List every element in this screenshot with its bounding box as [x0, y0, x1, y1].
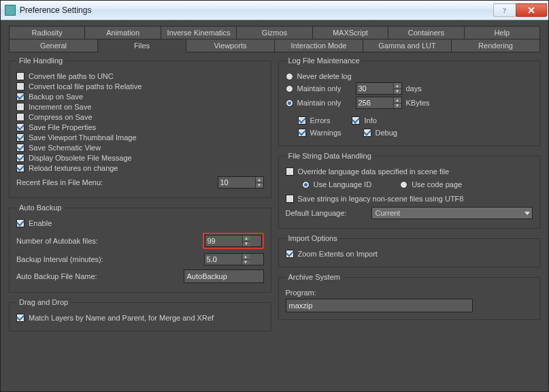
match-layers-checkbox[interactable] [16, 314, 24, 322]
warnings-checkbox[interactable] [298, 129, 306, 137]
spin-up-icon[interactable]: ▲ [394, 97, 401, 103]
override-lang-checkbox[interactable] [286, 167, 294, 176]
file-handling-label-9: Reload textures on change [29, 164, 118, 172]
match-layers-label: Match Layers by Name and Parent, for Mer… [29, 314, 214, 322]
drag-drop-legend: Drag and Drop [16, 298, 71, 306]
maintain-kb-label: Maintain only [297, 99, 352, 107]
tab-interaction-mode[interactable]: Interaction Mode [274, 39, 363, 52]
never-delete-label: Never delete log [297, 72, 352, 80]
file-handling-label-6: Save Viewport Thumbnail Image [29, 133, 137, 142]
file-handling-label-0: Convert file paths to UNC [29, 72, 114, 80]
app-icon [5, 5, 16, 16]
file-handling-checkbox-2[interactable] [16, 93, 24, 101]
use-lang-id-radio[interactable] [302, 181, 310, 189]
tab-help[interactable]: Help [464, 26, 540, 39]
file-handling-checkbox-0[interactable] [16, 72, 24, 80]
spin-down-icon[interactable]: ▼ [394, 89, 401, 95]
auto-backup-legend: Auto Backup [16, 203, 64, 212]
archive-program-input[interactable] [286, 299, 473, 312]
kb-input[interactable] [356, 97, 393, 108]
file-handling-label-8: Display Obsolete File Message [29, 154, 132, 162]
default-lang-value: Current [376, 209, 401, 217]
window-title: Preference Settings [20, 5, 494, 15]
tab-viewports[interactable]: Viewports [186, 39, 275, 52]
archive-program-label: Program: [286, 289, 316, 297]
tab-maxscript[interactable]: MAXScript [312, 26, 388, 39]
maintain-days-radio[interactable] [286, 85, 293, 93]
kb-unit: KBytes [406, 99, 430, 107]
file-handling-checkbox-6[interactable] [16, 133, 24, 142]
enable-autobackup-label: Enable [29, 219, 52, 227]
recent-files-label: Recent Files in File Menu: [16, 178, 132, 186]
backup-interval-spinner[interactable]: ▲▼ [204, 253, 264, 265]
recent-files-input[interactable] [218, 177, 255, 188]
tab-gamma-and-lut[interactable]: Gamma and LUT [363, 39, 452, 52]
file-handling-label-3: Increment on Save [29, 103, 91, 111]
kb-spinner[interactable]: ▲▼ [356, 97, 402, 109]
days-unit: days [406, 84, 422, 93]
tab-animation[interactable]: Animation [84, 26, 161, 39]
auto-backup-group: Auto Backup Enable Number of Autobak fil… [9, 203, 271, 293]
default-lang-combo[interactable]: Current [371, 207, 533, 219]
tab-radiosity[interactable]: Radiosity [9, 26, 85, 39]
file-handling-label-7: Save Schematic View [29, 144, 101, 152]
never-delete-radio[interactable] [286, 73, 293, 80]
backup-interval-input[interactable] [205, 254, 242, 265]
debug-checkbox[interactable] [363, 129, 371, 137]
file-handling-checkbox-3[interactable] [16, 103, 24, 111]
default-lang-label: Default Language: [286, 209, 367, 217]
tab-files[interactable]: Files [97, 39, 186, 52]
tab-containers[interactable]: Containers [388, 26, 464, 39]
backup-name-label: Auto Backup File Name: [16, 272, 132, 280]
info-checkbox[interactable] [352, 116, 360, 125]
archive-system-group: Archive System Program: [278, 273, 541, 320]
tab-gizmos[interactable]: Gizmos [236, 26, 312, 39]
spin-up-icon[interactable]: ▲ [242, 254, 250, 260]
file-handling-checkbox-8[interactable] [16, 154, 24, 162]
tab-rendering[interactable]: Rendering [451, 39, 540, 52]
spin-up-icon[interactable]: ▲ [394, 83, 401, 89]
tab-general[interactable]: General [9, 39, 98, 52]
zoom-extents-label: Zoom Extents on Import [298, 250, 378, 258]
file-handling-legend: File Handling [16, 56, 65, 65]
string-handling-legend: File String Data Handling [286, 152, 374, 160]
use-codepage-radio[interactable] [400, 181, 407, 189]
import-options-legend: Import Options [286, 234, 340, 242]
spin-down-icon[interactable]: ▼ [256, 183, 263, 189]
recent-files-spinner[interactable]: ▲▼ [218, 176, 264, 189]
string-handling-group: File String Data Handling Override langu… [278, 152, 541, 229]
tab-inverse-kinematics[interactable]: Inverse Kinematics [161, 26, 237, 39]
file-handling-checkbox-5[interactable] [16, 123, 24, 131]
help-button[interactable]: ? [493, 3, 516, 17]
errors-checkbox[interactable] [298, 116, 306, 125]
autobak-count-spinner[interactable]: ▲▼ [205, 235, 262, 247]
days-spinner[interactable]: ▲▼ [356, 82, 402, 95]
autobak-count-input[interactable] [205, 235, 242, 246]
drag-drop-group: Drag and Drop Match Layers by Name and P… [9, 298, 271, 331]
file-handling-checkbox-9[interactable] [16, 164, 24, 172]
file-handling-checkbox-7[interactable] [16, 144, 24, 152]
use-lang-id-label: Use Language ID [314, 180, 372, 189]
import-options-group: Import Options Zoom Extents on Import [278, 234, 541, 267]
spin-down-icon[interactable]: ▼ [242, 260, 250, 265]
debug-label: Debug [376, 129, 397, 137]
archive-system-legend: Archive System [286, 273, 343, 281]
backup-name-input[interactable] [184, 270, 264, 283]
file-handling-checkbox-4[interactable] [16, 113, 24, 121]
spin-down-icon[interactable]: ▼ [243, 242, 250, 247]
close-button[interactable] [516, 3, 547, 17]
spin-up-icon[interactable]: ▲ [256, 177, 263, 183]
zoom-extents-checkbox[interactable] [286, 250, 294, 258]
file-handling-label-1: Convert local file paths to Relative [29, 82, 142, 91]
file-handling-group: File Handling Convert file paths to UNCC… [9, 56, 271, 198]
utf8-checkbox[interactable] [286, 195, 294, 203]
utf8-label: Save strings in legacy non-scene files u… [298, 195, 464, 203]
use-codepage-label: Use code page [412, 180, 462, 189]
maintain-kb-radio[interactable] [286, 99, 293, 107]
spin-up-icon[interactable]: ▲ [243, 235, 250, 242]
spin-down-icon[interactable]: ▼ [394, 103, 401, 109]
errors-label: Errors [310, 116, 331, 125]
days-input[interactable] [356, 83, 393, 94]
enable-autobackup-checkbox[interactable] [16, 219, 24, 227]
file-handling-checkbox-1[interactable] [16, 82, 24, 91]
